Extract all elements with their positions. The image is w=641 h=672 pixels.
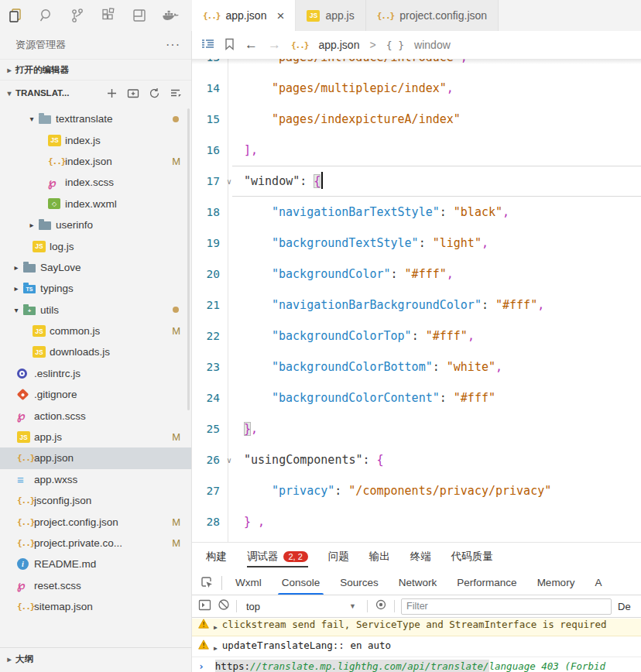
code-line-15[interactable]: 15"pages/indexpictureA/index": [192, 104, 641, 135]
project-section[interactable]: ▾ TRANSLAT...: [0, 80, 191, 105]
tree-item-sitemap.json[interactable]: {..}sitemap.json: [0, 596, 191, 617]
tree-item-project.private.co...[interactable]: {..}project.private.co...M: [0, 533, 191, 554]
panel-tab-输出[interactable]: 输出: [369, 543, 390, 571]
close-icon[interactable]: ×: [276, 9, 284, 22]
code-line-23[interactable]: 23"backgroundColorBottom": "white",: [192, 351, 641, 382]
panel-tab-终端[interactable]: 终端: [410, 543, 431, 571]
tree-item-SayLove[interactable]: ▸SayLove: [0, 257, 191, 278]
tab-project.config.json[interactable]: {..}project.config.json: [366, 0, 499, 31]
new-file-icon[interactable]: [106, 87, 118, 99]
sidebar-scrollbar[interactable]: [187, 108, 190, 410]
console-row-3[interactable]: ›https://translate.mp.lighthg.com/api/tr…: [192, 657, 641, 672]
tree-item-app.js[interactable]: JSapp.jsM: [0, 427, 191, 447]
devtools-tab-Memory[interactable]: Memory: [527, 571, 585, 595]
console-output[interactable]: !▶clickstream send fail, ServiceType and…: [192, 619, 641, 672]
sidebar-toggle-icon[interactable]: [198, 599, 211, 614]
tree-item-typings[interactable]: ▸TStypings: [0, 278, 191, 299]
docker-icon[interactable]: [161, 6, 180, 25]
tree-item-project.config.json[interactable]: {..}project.config.jsonM: [0, 511, 191, 532]
collapse-all-icon[interactable]: [170, 87, 182, 99]
panel-tab-label: 代码质量: [451, 550, 493, 564]
expand-arrow-icon[interactable]: ▶: [214, 642, 218, 655]
tree-item-app.wxss[interactable]: ≡app.wxss: [0, 469, 191, 490]
code-line-27[interactable]: 27"privacy": "/components/privacy/privac…: [192, 475, 641, 506]
devtools-tab-Wxml[interactable]: Wxml: [225, 571, 272, 595]
tree-item-log.js[interactable]: JSlog.js: [0, 235, 191, 256]
tab-app.json[interactable]: {..}app.json×: [192, 0, 296, 31]
search-icon[interactable]: [37, 6, 56, 25]
tree-item-common.js[interactable]: JScommon.jsM: [0, 321, 191, 341]
open-editors-section[interactable]: ▸ 打开的编辑器: [0, 59, 191, 80]
devtools-tab-Sources[interactable]: Sources: [330, 571, 389, 595]
panel-tab-问题[interactable]: 问题: [328, 543, 349, 571]
tree-item-index.wxml[interactable]: ◇index.wxml: [0, 194, 191, 214]
back-button[interactable]: ←: [245, 37, 258, 53]
filter-input[interactable]: [401, 598, 612, 615]
console-message-segment[interactable]: //translate.mp.lighthg.com/api/translate…: [250, 660, 489, 672]
layout-icon[interactable]: [130, 6, 149, 25]
tree-item-texttranslate[interactable]: ▾texttranslate: [0, 108, 191, 129]
tree-item-userinfo[interactable]: ▸userinfo: [0, 214, 191, 235]
eye-icon[interactable]: [374, 599, 388, 613]
clear-console-icon[interactable]: [218, 598, 230, 614]
tab-app.js[interactable]: JSapp.js: [296, 0, 365, 31]
outline-section[interactable]: ▸ 大纲: [0, 647, 191, 670]
tree-item-app.json[interactable]: {..}app.json: [0, 447, 191, 468]
tree-item-.gitignore[interactable]: .gitignore: [0, 384, 191, 405]
tree-item-index.json[interactable]: {..}index.jsonM: [0, 151, 191, 172]
code-line-18[interactable]: 18"navigationBarTextStyle": "black",: [192, 197, 641, 228]
context-selector[interactable]: top ▼: [243, 601, 361, 612]
devtools-tab-label: A: [595, 577, 602, 588]
code-line-20[interactable]: 20"backgroundColor": "#fff",: [192, 259, 641, 290]
devtools-tab-Performance[interactable]: Performance: [447, 571, 526, 595]
breadcrumb-file[interactable]: app.json: [319, 39, 360, 51]
expand-arrow-icon[interactable]: ▶: [214, 621, 218, 634]
tree-item-label: typings: [40, 283, 74, 294]
code-line-28[interactable]: 28} ,: [192, 506, 641, 537]
tree-item-jsconfig.json[interactable]: {..}jsconfig.json: [0, 490, 191, 511]
refresh-icon[interactable]: [149, 87, 160, 99]
console-message-segment[interactable]: language 403 (Forbid: [489, 660, 606, 672]
code-line-16[interactable]: 16],: [192, 135, 641, 166]
chevron-right-icon: ▸: [9, 263, 23, 272]
panel-tab-构建[interactable]: 构建: [206, 543, 227, 571]
extensions-icon[interactable]: [99, 6, 118, 25]
inspect-element-icon[interactable]: [192, 576, 221, 589]
code-line-26[interactable]: 26∨"usingComponents": {: [192, 444, 641, 475]
code-token: :: [300, 174, 314, 188]
log-levels-selector[interactable]: De: [618, 601, 635, 612]
code-line-25[interactable]: 25},: [192, 413, 641, 444]
console-message: updateTranslateLang:: en auto: [222, 639, 391, 652]
code-line-14[interactable]: 14"pages/multiplepic/index",: [192, 73, 641, 104]
tree-item-.eslintrc.js[interactable]: .eslintrc.js: [0, 363, 191, 384]
console-row-2[interactable]: !▶updateTranslateLang:: en auto: [192, 636, 641, 657]
breadcrumb-symbol[interactable]: window: [414, 39, 451, 51]
more-actions-icon[interactable]: ···: [166, 38, 180, 52]
devtools-tab-Console[interactable]: Console: [272, 571, 331, 595]
outline-list-icon[interactable]: [201, 39, 214, 52]
code-line-21[interactable]: 21"navigationBarBackgroundColor": "#fff"…: [192, 290, 641, 321]
tree-item-index.js[interactable]: JSindex.js: [0, 129, 191, 150]
tree-item-README.md[interactable]: iREADME.md: [0, 554, 191, 574]
code-line-17[interactable]: 17∨"window": {: [192, 166, 641, 197]
bookmark-icon[interactable]: [225, 38, 235, 53]
panel-tab-代码质量[interactable]: 代码质量: [451, 543, 493, 571]
new-folder-icon[interactable]: [127, 87, 139, 99]
forward-button[interactable]: →: [268, 37, 281, 53]
tree-item-downloads.js[interactable]: JSdownloads.js: [0, 341, 191, 362]
code-editor[interactable]: 13"pages/introduce/introduce",14"pages/m…: [192, 59, 641, 542]
devtools-tab-A[interactable]: A: [584, 571, 612, 595]
code-line-24[interactable]: 24"backgroundColorContent": "#fff": [192, 382, 641, 413]
tree-item-action.scss[interactable]: ℘action.scss: [0, 405, 191, 426]
code-line-19[interactable]: 19"backgroundTextStyle": "light",: [192, 228, 641, 259]
devtools-tab-Network[interactable]: Network: [389, 571, 447, 595]
files-icon[interactable]: [6, 6, 25, 25]
panel-tab-调试器[interactable]: 调试器2, 2: [247, 543, 308, 571]
console-row-1[interactable]: !▶clickstream send fail, ServiceType and…: [192, 619, 641, 636]
tree-item-utils[interactable]: ▾+utils: [0, 300, 191, 321]
source-control-icon[interactable]: [68, 6, 87, 25]
code-line-22[interactable]: 22"backgroundColorTop": "#fff",: [192, 321, 641, 351]
tree-item-reset.scss[interactable]: ℘reset.scss: [0, 575, 191, 596]
code-line-13[interactable]: 13"pages/introduce/introduce",: [192, 59, 641, 73]
tree-item-index.scss[interactable]: ℘index.scss: [0, 172, 191, 193]
